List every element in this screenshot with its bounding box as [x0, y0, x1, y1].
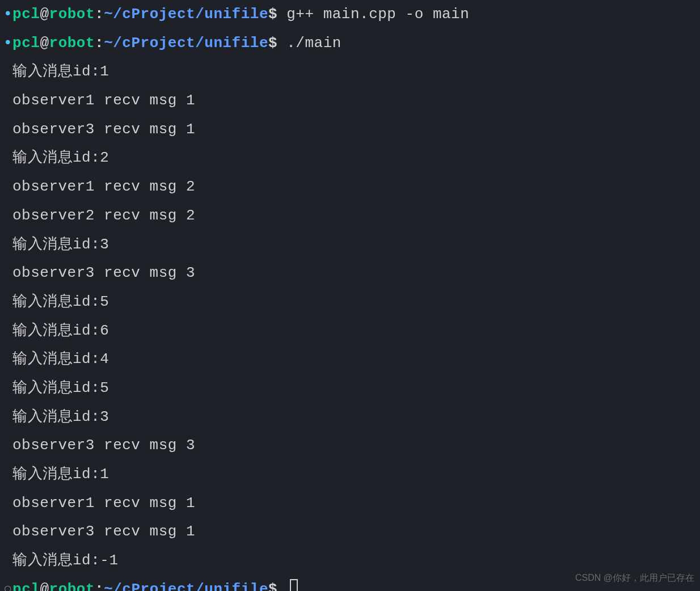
output-line: 输入消息id:2 — [3, 143, 697, 172]
prompt-path: ~/cProject/unifile — [104, 581, 268, 591]
output-line: 输入消息id:5 — [3, 374, 697, 403]
prompt-at: @ — [40, 6, 49, 23]
output-line: 输入消息id:1 — [3, 57, 697, 86]
output-line: observer2 recv msg 2 — [3, 201, 697, 230]
output-line: 输入消息id:4 — [3, 345, 697, 374]
prompt-at: @ — [40, 35, 49, 52]
prompt-colon: : — [95, 35, 104, 52]
prompt-colon: : — [95, 581, 104, 591]
output-line: observer1 recv msg 1 — [3, 489, 697, 518]
output-line: 输入消息id:1 — [3, 460, 697, 489]
prompt-bullet-icon: • — [3, 35, 12, 52]
output-line: observer3 recv msg 3 — [3, 431, 697, 460]
output-line: observer3 recv msg 1 — [3, 115, 697, 144]
prompt-line: •pcl@robot:~/cProject/unifile$ g++ main.… — [3, 0, 697, 29]
command-text: ./main — [286, 35, 341, 52]
watermark-text: CSDN @你好，此用户已存在 — [575, 569, 694, 586]
terminal-window[interactable]: •pcl@robot:~/cProject/unifile$ g++ main.… — [0, 0, 700, 591]
output-line: observer3 recv msg 1 — [3, 517, 697, 546]
prompt-user: pcl — [12, 35, 40, 52]
prompt-dollar: $ — [268, 6, 286, 23]
prompt-host: robot — [49, 581, 95, 591]
prompt-bullet-icon: ○ — [3, 581, 12, 591]
output-line: observer1 recv msg 1 — [3, 86, 697, 115]
cursor-icon — [290, 579, 298, 591]
output-line: 输入消息id:3 — [3, 230, 697, 259]
prompt-path: ~/cProject/unifile — [104, 6, 268, 23]
prompt-colon: : — [95, 6, 104, 23]
output-line: 输入消息id:6 — [3, 316, 697, 345]
output-line: 输入消息id:3 — [3, 403, 697, 432]
prompt-dollar: $ — [268, 581, 286, 591]
command-text: g++ main.cpp -o main — [286, 6, 469, 23]
output-line: 输入消息id:5 — [3, 288, 697, 316]
output-line: observer3 recv msg 3 — [3, 259, 697, 288]
prompt-user: pcl — [12, 6, 40, 23]
prompt-dollar: $ — [268, 35, 286, 52]
prompt-host: robot — [49, 35, 95, 52]
output-line: observer1 recv msg 2 — [3, 172, 697, 201]
prompt-bullet-icon: • — [3, 6, 12, 23]
prompt-host: robot — [49, 6, 95, 23]
prompt-line: •pcl@robot:~/cProject/unifile$ ./main — [3, 29, 697, 58]
prompt-user: pcl — [12, 581, 40, 591]
prompt-path: ~/cProject/unifile — [104, 35, 268, 52]
prompt-at: @ — [40, 581, 49, 591]
